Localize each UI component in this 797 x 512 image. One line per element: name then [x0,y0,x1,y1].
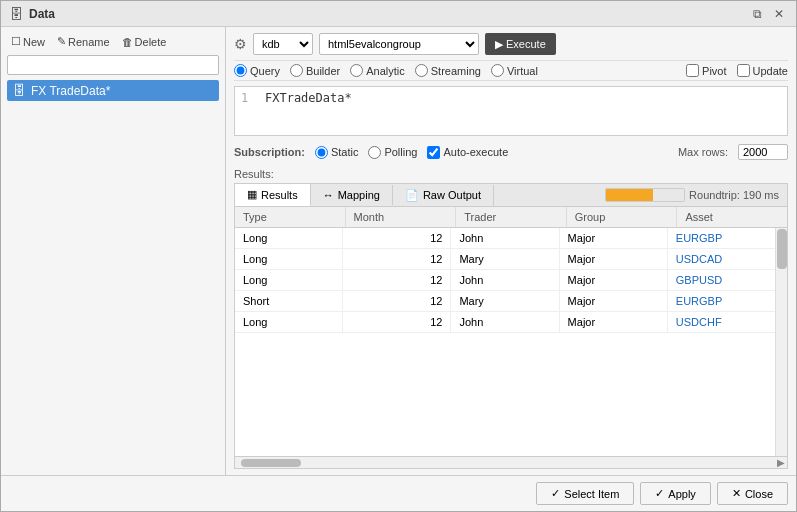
line-numbers: 1 [241,91,257,131]
table-row[interactable]: Long12JohnMajorUSDCHF [235,312,775,333]
table-cell: USDCAD [668,249,775,269]
table-with-scrollbar: Long12JohnMajorEURGBPLong12MaryMajorUSDC… [235,228,787,456]
table-cell: Short [235,291,343,311]
close-window-button[interactable]: ✕ [770,6,788,22]
table-cell: 12 [343,291,451,311]
table-cell: Major [560,291,668,311]
table-row[interactable]: Short12MaryMajorEURGBP [235,291,775,312]
new-icon: ☐ [11,35,21,48]
table-cell: 12 [343,270,451,290]
polling-radio[interactable] [368,146,381,159]
streaming-radio[interactable] [415,64,428,77]
table-cell: Mary [451,249,559,269]
settings-icon[interactable]: ⚙ [234,36,247,52]
col-trader: Trader [456,207,567,227]
kdb-select[interactable]: kdb [253,33,313,55]
h-scrollbar-thumb[interactable] [241,459,301,467]
polling-radio-label[interactable]: Polling [368,146,417,159]
pivot-checkbox-label[interactable]: Pivot [686,64,726,77]
pivot-checkbox[interactable] [686,64,699,77]
col-month: Month [346,207,457,227]
data-window: 🗄 Data ⧉ ✕ ☐ New ✎ Rename 🗑 Delete [0,0,797,512]
title-bar: 🗄 Data ⧉ ✕ [1,1,796,27]
builder-radio[interactable] [290,64,303,77]
mapping-tab-icon: ↔ [323,189,334,201]
sidebar: ☐ New ✎ Rename 🗑 Delete 🗄 FX TradeData* [1,27,226,475]
tab-raw-output[interactable]: 📄 Raw Output [393,185,494,206]
table-cell: Major [560,249,668,269]
analytic-radio-label[interactable]: Analytic [350,64,405,77]
col-type: Type [235,207,346,227]
table-cell: Long [235,270,343,290]
virtual-radio[interactable] [491,64,504,77]
analytic-radio[interactable] [350,64,363,77]
table-cell: EURGBP [668,228,775,248]
apply-button[interactable]: ✓ Apply [640,482,711,505]
update-checkbox-label[interactable]: Update [737,64,788,77]
data-table: Type Month Trader Group Asset Long12John… [235,207,787,468]
table-row[interactable]: Long12JohnMajorEURGBP [235,228,775,249]
execute-button[interactable]: ▶ Execute [485,33,556,55]
close-button[interactable]: ✕ Close [717,482,788,505]
roundtrip-bar [605,188,685,202]
delete-icon: 🗑 [122,36,133,48]
table-row[interactable]: Long12MaryMajorUSDCAD [235,249,775,270]
subscription-row: Subscription: Static Polling Auto-execut… [234,141,788,163]
sidebar-item-fxtradedata[interactable]: 🗄 FX TradeData* [7,80,219,101]
main-content: ☐ New ✎ Rename 🗑 Delete 🗄 FX TradeData* [1,27,796,475]
sidebar-toolbar: ☐ New ✎ Rename 🗑 Delete [7,33,219,50]
max-rows-input[interactable] [738,144,788,160]
virtual-radio-label[interactable]: Virtual [491,64,538,77]
delete-button[interactable]: 🗑 Delete [118,34,171,50]
close-x-icon: ✕ [732,487,741,500]
results-section: Results: ▦ Results ↔ Mapping 📄 [234,168,788,469]
right-panel: ⚙ kdb html5evalcongroup ▶ Execute Query [226,27,796,475]
col-asset: Asset [677,207,787,227]
builder-radio-label[interactable]: Builder [290,64,340,77]
table-body: Long12JohnMajorEURGBPLong12MaryMajorUSDC… [235,228,775,456]
table-cell: John [451,228,559,248]
table-cell: USDCHF [668,312,775,332]
query-radio[interactable] [234,64,247,77]
table-cell: John [451,312,559,332]
restore-button[interactable]: ⧉ [749,6,766,22]
tab-results[interactable]: ▦ Results [235,184,311,206]
table-cell: 12 [343,228,451,248]
window-icon: 🗄 [9,6,23,22]
vertical-scrollbar[interactable] [775,228,787,456]
checkmark-icon: ✓ [551,487,560,500]
raw-output-tab-icon: 📄 [405,189,419,202]
rename-button[interactable]: ✎ Rename [53,33,114,50]
auto-execute-label[interactable]: Auto-execute [427,146,508,159]
title-bar-controls: ⧉ ✕ [749,6,788,22]
static-radio-label[interactable]: Static [315,146,359,159]
table-cell: John [451,270,559,290]
search-input[interactable] [7,55,219,75]
select-item-button[interactable]: ✓ Select Item [536,482,634,505]
tab-mapping[interactable]: ↔ Mapping [311,185,393,205]
auto-execute-checkbox[interactable] [427,146,440,159]
update-checkbox[interactable] [737,64,750,77]
scrollbar-thumb[interactable] [777,229,787,269]
table-cell: EURGBP [668,291,775,311]
code-editor[interactable]: 1 FXTradeData* [234,86,788,136]
group-select[interactable]: html5evalcongroup [319,33,479,55]
bottom-bar: ✓ Select Item ✓ Apply ✕ Close [1,475,796,511]
window-title: Data [29,7,55,21]
code-content[interactable]: FXTradeData* [265,91,781,131]
table-row[interactable]: Long12JohnMajorGBPUSD [235,270,775,291]
apply-check-icon: ✓ [655,487,664,500]
static-radio[interactable] [315,146,328,159]
table-cell: 12 [343,312,451,332]
query-radio-label[interactable]: Query [234,64,280,77]
streaming-radio-label[interactable]: Streaming [415,64,481,77]
table-cell: Mary [451,291,559,311]
results-container: ▦ Results ↔ Mapping 📄 Raw Output [234,183,788,469]
results-tabs: ▦ Results ↔ Mapping 📄 Raw Output [235,184,787,207]
horizontal-scroll[interactable]: ▶ [235,456,787,468]
roundtrip-display: Roundtrip: 190 ms [597,186,787,204]
table-cell: Major [560,270,668,290]
title-bar-left: 🗄 Data [9,6,55,22]
new-button[interactable]: ☐ New [7,33,49,50]
table-cell: Long [235,228,343,248]
